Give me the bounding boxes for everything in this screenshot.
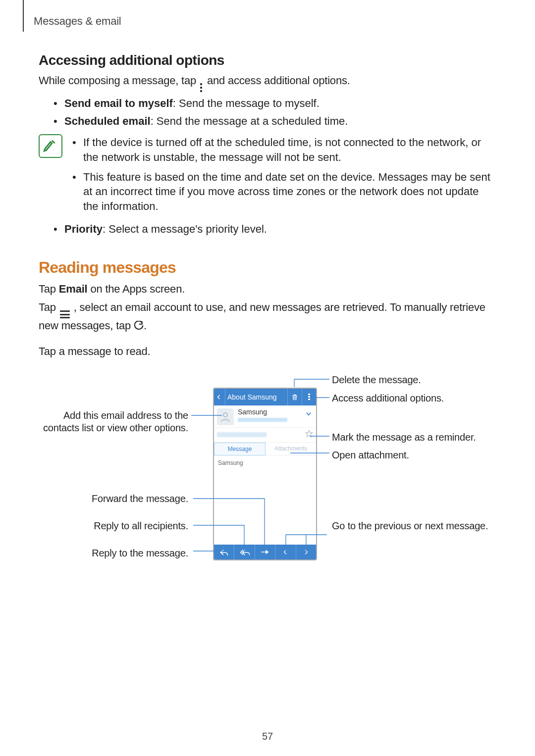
bottom-toolbar [214, 545, 316, 559]
phone-screenshot: About Samsung [213, 388, 317, 560]
reading-p2: Tap , select an email account to use, an… [39, 300, 496, 333]
forward-button[interactable] [255, 545, 275, 559]
page: Messages & email Accessing additional op… [0, 0, 535, 756]
text: . [144, 319, 147, 332]
more-icon [200, 83, 203, 92]
text: , select an email account to use, and ne… [39, 301, 485, 332]
callout-prevnext: Go to the previous or next message. [332, 520, 495, 532]
app-name: Email [59, 283, 88, 295]
text: Tap [39, 301, 59, 313]
section-heading-reading: Reading messages [39, 258, 496, 277]
star-button[interactable] [305, 430, 313, 440]
note-item: This feature is based on the time and da… [72, 170, 496, 214]
header-rule [23, 0, 24, 32]
tab-message[interactable]: Message [214, 443, 266, 455]
note-item: If the device is turned off at the sched… [72, 135, 496, 164]
svg-rect-2 [308, 399, 310, 400]
phone-topbar: About Samsung [214, 389, 316, 405]
sender-row: Samsung [214, 405, 316, 428]
callout-avatar: Add this email address to the contacts l… [40, 409, 188, 434]
list-item: Priority: Select a message's priority le… [54, 222, 496, 237]
text: and access additional options. [207, 74, 350, 87]
svg-point-3 [223, 413, 227, 417]
callout-star: Mark the message as a reminder. [332, 431, 495, 444]
option-title: Priority [64, 223, 103, 235]
list-item: Send email to myself: Send the message t… [54, 96, 496, 111]
refresh-icon [134, 320, 144, 330]
reply-all-button[interactable] [234, 545, 255, 559]
note-block: If the device is turned off at the sched… [39, 132, 496, 218]
sender-address-blur [238, 418, 287, 422]
tab-attachments[interactable]: Attachments [266, 443, 316, 455]
option-desc: : Send the message to myself. [173, 97, 320, 109]
reading-p3: Tap a message to read. [39, 344, 496, 359]
phone-title: About Samsung [225, 393, 287, 401]
expand-icon[interactable] [305, 409, 312, 420]
figure-email-reader: About Samsung [40, 374, 495, 572]
avatar[interactable] [217, 408, 234, 425]
option-desc: : Send the message at a scheduled time. [151, 115, 348, 127]
callout-delete: Delete the message. [332, 374, 495, 386]
sender-name: Samsung [238, 408, 287, 416]
option-title: Send email to myself [64, 97, 173, 109]
back-button[interactable] [214, 389, 225, 405]
reading-p1: Tap Email on the Apps screen. [39, 282, 496, 297]
list-item: Scheduled email: Send the message at a s… [54, 114, 496, 129]
note-content: If the device is turned off at the sched… [72, 132, 496, 218]
option-desc: : Select a message's priority level. [103, 223, 267, 235]
next-button[interactable] [296, 545, 316, 559]
section1-intro: While composing a message, tap and acces… [39, 73, 496, 92]
page-number: 57 [0, 731, 535, 742]
tabs-row: Message Attachments [214, 443, 316, 455]
svg-rect-1 [308, 396, 310, 398]
prev-button[interactable] [275, 545, 296, 559]
callout-replyall: Reply to all recipients. [40, 520, 188, 532]
email-body: Samsung [214, 455, 316, 540]
meta-row [214, 428, 316, 443]
options-list: Priority: Select a message's priority le… [54, 222, 496, 237]
more-button[interactable] [302, 389, 316, 405]
note-icon [39, 134, 62, 158]
options-list: Send email to myself: Send the message t… [54, 96, 496, 128]
callout-reply: Reply to the message. [40, 547, 188, 559]
callout-forward: Forward the message. [40, 493, 188, 505]
menu-icon [60, 310, 70, 318]
callout-attach: Open attachment. [332, 449, 495, 461]
delete-button[interactable] [287, 389, 302, 405]
reply-button[interactable] [214, 545, 234, 559]
date-blur [217, 432, 267, 437]
text: While composing a message, tap [39, 74, 199, 87]
text: Tap [39, 283, 59, 295]
text: on the Apps screen. [88, 283, 185, 295]
breadcrumb: Messages & email [34, 15, 496, 28]
svg-rect-0 [308, 394, 310, 395]
section-heading-accessing: Accessing additional options [39, 52, 496, 68]
option-title: Scheduled email [64, 115, 151, 127]
callout-more: Access additional options. [332, 392, 495, 404]
